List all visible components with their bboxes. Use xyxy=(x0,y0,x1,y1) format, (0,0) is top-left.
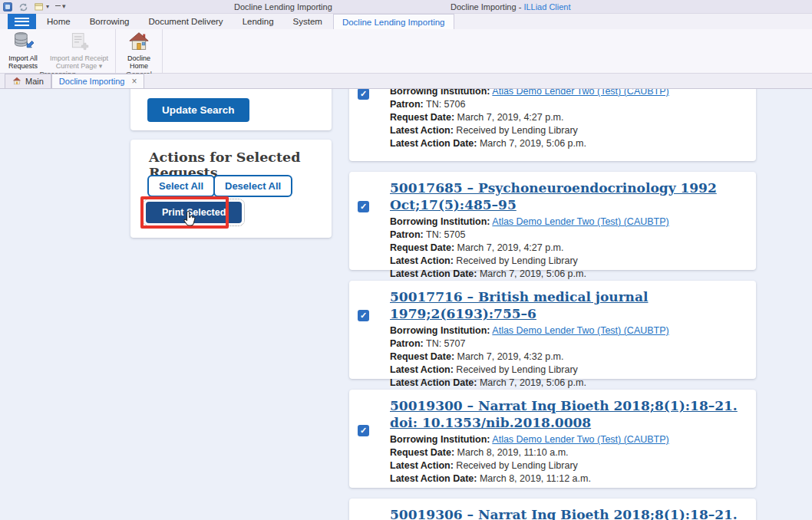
field-value: March 7, 2019, 5:06 p.m. xyxy=(480,377,586,388)
field-value: Received by Lending Library xyxy=(456,460,577,471)
request-date-field: Request Date: March 7, 2019, 4:27 p.m. xyxy=(390,242,741,255)
deselect-all-button[interactable]: Deselect All xyxy=(213,175,292,197)
request-card: 50019306 – Narrat Inq Bioeth 2018;8(1):1… xyxy=(349,499,756,520)
field-label: Latest Action Date: xyxy=(390,138,477,149)
field-label: Latest Action Date: xyxy=(390,473,477,484)
ribbon-body: Import All Requests Import and Receipt C… xyxy=(0,29,812,74)
ribbon-tab-docline-lending-importing[interactable]: Docline Lending Importing xyxy=(333,14,454,29)
update-search-button[interactable]: Update Search xyxy=(147,98,249,122)
title-bar: ▾ ▾ Docline Lending Importing Docline Im… xyxy=(0,0,812,14)
import-and-receipt-label: Import and Receipt Current Page ▾ xyxy=(45,54,114,70)
refresh-icon[interactable] xyxy=(18,2,28,12)
request-title-link[interactable]: 50019306 – Narrat Inq Bioeth 2018;8(1):1… xyxy=(390,506,741,520)
institution-field: Borrowing Institution: Atlas Demo Lender… xyxy=(390,216,741,229)
latest-action-field: Latest Action: Received by Lending Libra… xyxy=(390,255,741,268)
quick-access-toolbar: ▾ ▾ xyxy=(3,2,66,12)
request-checkbox[interactable] xyxy=(358,201,369,212)
field-value: March 7, 2019, 5:06 p.m. xyxy=(480,268,586,279)
field-label: Borrowing Institution: xyxy=(390,434,490,445)
field-label: Latest Action: xyxy=(390,125,454,136)
request-title-link[interactable]: 50017685 – Psychoneuroendocrinology 1992… xyxy=(390,179,741,213)
tab-main-label: Main xyxy=(25,77,44,86)
window-title-context: Docline Lending Importing xyxy=(234,2,332,12)
close-icon[interactable]: × xyxy=(128,77,137,85)
latest-action-field: Latest Action: Received by Lending Libra… xyxy=(390,459,741,472)
institution-field: Borrowing Institution: Atlas Demo Lender… xyxy=(390,89,741,98)
tab-docline-importing-label: Docline Importing xyxy=(59,77,125,86)
ribbon-group-processing: Import All Requests Import and Receipt C… xyxy=(0,29,116,73)
window-title-prefix: Docline Importing - xyxy=(451,2,523,12)
field-label: Latest Action: xyxy=(390,460,454,471)
ribbon-tab-home[interactable]: Home xyxy=(38,14,79,29)
field-value: TN: 5705 xyxy=(426,229,465,240)
latest-action-date-field: Latest Action Date: March 7, 2019, 5:06 … xyxy=(390,377,741,390)
field-value: Received by Lending Library xyxy=(456,255,577,266)
latest-action-field: Latest Action: Received by Lending Libra… xyxy=(390,124,741,137)
field-label: Latest Action: xyxy=(390,255,454,266)
database-import-icon xyxy=(12,31,34,54)
field-label: Patron: xyxy=(390,338,424,349)
latest-action-date-field: Latest Action Date: March 7, 2019, 5:06 … xyxy=(390,137,741,150)
field-label: Request Date: xyxy=(390,112,454,123)
field-value: March 8, 2019, 11:12 a.m. xyxy=(480,473,591,484)
qat-dropdown-icon[interactable]: ▾ xyxy=(55,2,66,10)
document-tab-bar: Main Docline Importing × xyxy=(0,74,812,89)
field-value: March 7, 2019, 4:27 p.m. xyxy=(457,112,564,123)
field-label: Request Date: xyxy=(390,351,454,362)
import-and-receipt-button[interactable]: Import and Receipt Current Page ▾ xyxy=(45,31,114,70)
request-title-link[interactable]: 50017716 – British medical journal 1979;… xyxy=(390,288,741,322)
docline-home-label: Docline Home xyxy=(117,54,160,70)
institution-field: Borrowing Institution: Atlas Demo Lender… xyxy=(390,433,741,446)
ribbon-tab-document-delivery[interactable]: Document Delivery xyxy=(140,14,231,29)
field-value: TN: 5707 xyxy=(426,338,465,349)
field-value: TN: 5706 xyxy=(426,99,465,110)
field-label: Patron: xyxy=(390,99,424,110)
field-label: Request Date: xyxy=(390,447,454,458)
field-label: Patron: xyxy=(390,229,424,240)
select-all-button[interactable]: Select All xyxy=(147,175,215,197)
field-label: Borrowing Institution: xyxy=(390,216,490,227)
patron-field: Patron: TN: 5706 xyxy=(390,98,741,111)
ribbon-tab-system[interactable]: System xyxy=(285,14,331,29)
hamburger-menu-button[interactable] xyxy=(8,14,36,29)
latest-action-field: Latest Action: Received by Lending Libra… xyxy=(390,364,741,377)
tab-docline-importing[interactable]: Docline Importing × xyxy=(51,74,145,88)
receipt-document-icon xyxy=(68,31,90,54)
request-card: 50017716 – British medical journal 1979;… xyxy=(349,281,756,379)
request-checkbox[interactable] xyxy=(358,89,369,100)
field-value: March 7, 2019, 4:32 p.m. xyxy=(457,351,564,362)
field-value: Received by Lending Library xyxy=(456,125,577,136)
print-selected-button[interactable]: Print Selected xyxy=(146,202,242,223)
ribbon-tab-borrowing[interactable]: Borrowing xyxy=(81,14,138,29)
institution-link[interactable]: Atlas Demo Lender Two (Test) (CAUBTP) xyxy=(492,434,668,445)
institution-field: Borrowing Institution: Atlas Demo Lender… xyxy=(390,324,741,337)
window-title: Docline Importing - ILLiad Client xyxy=(451,2,571,12)
field-value: Received by Lending Library xyxy=(456,364,577,375)
field-value: March 7, 2019, 4:27 p.m. xyxy=(457,242,564,253)
request-title-link[interactable]: 50019300 – Narrat Inq Bioeth 2018;8(1):1… xyxy=(390,397,741,431)
latest-action-date-field: Latest Action Date: March 7, 2019, 5:06 … xyxy=(390,268,741,281)
institution-link[interactable]: Atlas Demo Lender Two (Test) (CAUBTP) xyxy=(492,89,668,97)
patron-field: Patron: TN: 5705 xyxy=(390,229,741,242)
request-card: 50017685 – Psychoneuroendocrinology 1992… xyxy=(349,172,756,270)
institution-link[interactable]: Atlas Demo Lender Two (Test) (CAUBTP) xyxy=(492,216,668,227)
field-label: Borrowing Institution: xyxy=(390,325,490,336)
illiad-client-window: ▾ ▾ Docline Lending Importing Docline Im… xyxy=(0,0,812,520)
field-label: Latest Action Date: xyxy=(390,377,477,388)
tab-main[interactable]: Main xyxy=(5,74,51,88)
institution-link[interactable]: Atlas Demo Lender Two (Test) (CAUBTP) xyxy=(492,325,668,336)
field-label: Borrowing Institution: xyxy=(390,89,490,97)
window-title-app: ILLiad Client xyxy=(523,2,570,12)
docline-home-button[interactable]: Docline Home xyxy=(117,31,160,70)
app-icon[interactable] xyxy=(3,2,12,12)
request-checkbox[interactable] xyxy=(358,425,369,436)
request-checkbox[interactable] xyxy=(358,310,369,321)
ribbon-tab-bar: Home Borrowing Document Delivery Lending… xyxy=(0,14,812,29)
home-icon-small xyxy=(12,77,21,87)
home-icon xyxy=(128,31,150,54)
import-all-requests-button[interactable]: Import All Requests xyxy=(2,31,45,70)
ribbon-tab-lending[interactable]: Lending xyxy=(234,14,282,29)
field-label: Latest Action Date: xyxy=(390,268,477,279)
new-document-icon[interactable]: ▾ xyxy=(35,2,49,12)
request-date-field: Request Date: March 8, 2019, 11:10 a.m. xyxy=(390,446,741,459)
